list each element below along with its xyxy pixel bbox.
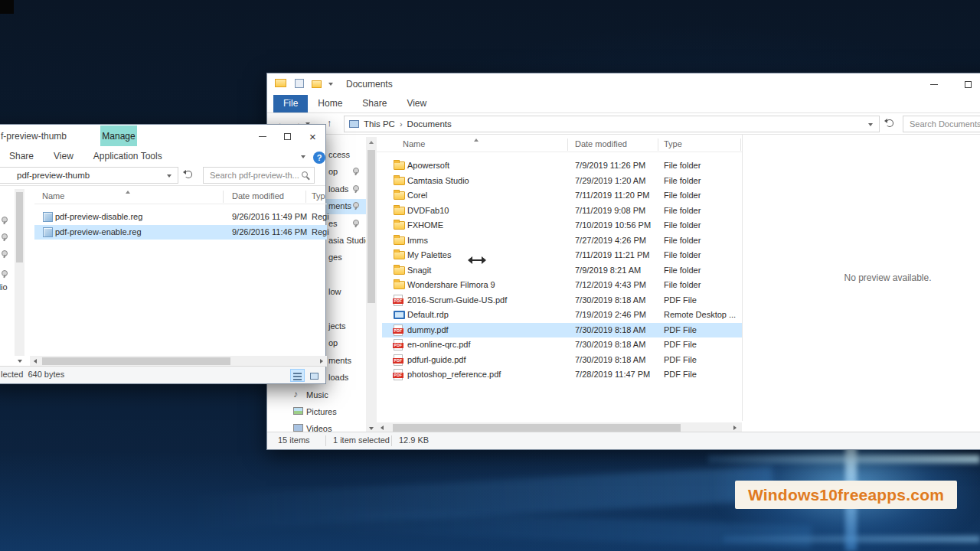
- column-headers[interactable]: Name Date modified Typ: [34, 189, 327, 204]
- scrollbar-thumb[interactable]: [16, 192, 23, 262]
- search-input[interactable]: [204, 168, 314, 183]
- list-hscrollbar[interactable]: [30, 356, 327, 367]
- breadcrumb-item-this-pc[interactable]: This PC: [364, 119, 395, 129]
- file-type: PDF File: [664, 325, 697, 334]
- status-selected: 1 item selected: [333, 435, 390, 445]
- table-row[interactable]: Corel7/11/2019 11:20 PMFile folder: [382, 188, 742, 204]
- column-header-name[interactable]: Name: [42, 191, 64, 201]
- sidebar-item-fragment[interactable]: dio: [0, 282, 8, 292]
- file-name: Camtasia Studio: [407, 176, 469, 185]
- table-row[interactable]: Wondershare Filmora 97/12/2019 4:43 PMFi…: [382, 278, 742, 293]
- close-button[interactable]: ×: [300, 125, 325, 148]
- table-row[interactable]: pdf-preview-enable.reg9/26/2016 11:46 PM…: [34, 225, 327, 240]
- column-header-type[interactable]: Typ: [312, 191, 325, 201]
- search-input[interactable]: [903, 116, 980, 132]
- column-header-date[interactable]: Date modified: [575, 139, 627, 148]
- sidebar-item-label: Music: [306, 390, 328, 399]
- column-header-name[interactable]: Name: [403, 139, 425, 148]
- file-name: Default.rdp: [407, 310, 449, 319]
- music-icon: ♪: [293, 389, 298, 399]
- refresh-icon[interactable]: [185, 171, 192, 178]
- address-bar[interactable]: pdf-preview-thumb: [0, 167, 178, 184]
- table-row[interactable]: Apowersoft7/9/2019 11:26 PMFile folder: [382, 158, 742, 174]
- address-dropdown-chevron-icon[interactable]: [868, 123, 873, 126]
- file-name: pdf-preview-enable.reg: [55, 227, 142, 236]
- scrollbar-thumb[interactable]: [368, 150, 375, 303]
- maximize-button[interactable]: [951, 73, 980, 95]
- address-dropdown-chevron-icon[interactable]: [167, 174, 172, 178]
- table-row[interactable]: FXHOME7/10/2019 10:56 PMFile folder: [382, 218, 742, 233]
- sidebar-item-label: asia Studio: [328, 236, 366, 245]
- table-row[interactable]: Imms7/27/2019 4:26 PMFile folder: [382, 233, 742, 249]
- scroll-left-icon[interactable]: [30, 356, 40, 367]
- search-box[interactable]: [203, 167, 315, 184]
- close-icon: ×: [309, 131, 316, 142]
- titlebar[interactable]: Documents ×: [267, 73, 980, 95]
- sidebar-item-music[interactable]: ♪Music: [267, 388, 366, 403]
- sidebar-item-label: low: [328, 287, 341, 296]
- file-date: 7/28/2019 11:47 PM: [575, 370, 650, 379]
- file-name: Wondershare Filmora 9: [407, 280, 495, 289]
- sidebar-item-pictures[interactable]: Pictures: [267, 405, 366, 420]
- search-box[interactable]: [903, 116, 980, 132]
- minimize-button[interactable]: [916, 73, 951, 95]
- table-row[interactable]: PDFen-online-qrc.pdf7/30/2019 8:18 AMPDF…: [382, 337, 742, 353]
- scrollbar-thumb[interactable]: [393, 424, 681, 432]
- file-date: 7/19/2019 2:46 PM: [575, 310, 646, 319]
- table-row[interactable]: DVDFab107/11/2019 9:08 PMFile folder: [382, 204, 742, 219]
- minimize-button[interactable]: [250, 125, 275, 148]
- nav-scrollbar[interactable]: [15, 189, 24, 356]
- column-header-date[interactable]: Date modified: [232, 191, 284, 201]
- refresh-icon[interactable]: [886, 119, 893, 127]
- window-title: f-preview-thumb: [1, 131, 67, 142]
- table-row[interactable]: My Palettes7/11/2019 11:21 PMFile folder: [382, 248, 742, 263]
- tab-application-tools[interactable]: Application Tools: [83, 148, 172, 165]
- breadcrumb-item[interactable]: pdf-preview-thumb: [17, 171, 90, 180]
- table-row[interactable]: Snagit7/9/2019 8:21 AMFile folder: [382, 263, 742, 279]
- scroll-down-icon[interactable]: [15, 356, 24, 367]
- tab-view[interactable]: View: [44, 148, 83, 165]
- file-type: File folder: [664, 250, 701, 259]
- sidebar-item-label: jects: [328, 321, 346, 331]
- nav-scrollbar[interactable]: [366, 137, 377, 433]
- scroll-right-icon[interactable]: [316, 356, 326, 367]
- sidebar-item-label: ments: [328, 201, 351, 210]
- table-row[interactable]: PDFpdfurl-guide.pdf7/30/2019 8:18 AMPDF …: [382, 353, 742, 368]
- file-date: 9/26/2016 11:46 PM: [232, 227, 307, 236]
- address-bar-row: pdf-preview-thumb: [0, 165, 325, 186]
- thumbnails-view-button[interactable]: [307, 369, 322, 382]
- pin-icon: [352, 220, 360, 228]
- table-row[interactable]: Default.rdp7/19/2019 2:46 PMRemote Deskt…: [382, 308, 742, 323]
- expand-ribbon-chevron-icon[interactable]: [301, 155, 305, 158]
- folder-icon: [394, 161, 405, 170]
- table-row[interactable]: PDFphotoshop_reference.pdf7/28/2019 11:4…: [382, 367, 742, 383]
- search-icon: [302, 171, 308, 178]
- thumbnails-view-icon: [310, 373, 318, 380]
- file-type: Regi: [312, 212, 329, 221]
- ribbon-tabs: ShareViewApplication Tools: [0, 148, 325, 166]
- wallpaper-window-edge: [708, 455, 980, 463]
- scrollbar-thumb[interactable]: [42, 357, 230, 365]
- breadcrumb-item-documents[interactable]: Documents: [407, 119, 452, 129]
- maximize-button[interactable]: [275, 125, 300, 148]
- sort-ascending-icon: [126, 191, 130, 194]
- titlebar[interactable]: f-preview-thumb Manage ×: [0, 125, 325, 148]
- tab-view[interactable]: View: [397, 95, 436, 112]
- details-view-button[interactable]: [290, 369, 305, 382]
- file-name: 2016-Scrum-Guide-US.pdf: [407, 295, 507, 305]
- scroll-up-icon[interactable]: [366, 137, 377, 147]
- folder-icon: [394, 251, 405, 259]
- help-icon[interactable]: ?: [313, 152, 325, 164]
- table-row[interactable]: Camtasia Studio7/29/2019 1:20 AMFile fol…: [382, 174, 742, 189]
- tab-manage[interactable]: Manage: [100, 126, 137, 146]
- table-row[interactable]: PDFdummy.pdf7/30/2019 8:18 AMPDF File: [382, 323, 742, 338]
- file-type: File folder: [664, 191, 701, 200]
- column-header-type[interactable]: Type: [664, 139, 682, 148]
- registry-file-icon: [43, 227, 53, 237]
- column-headers[interactable]: Name Date modified Type: [377, 137, 742, 152]
- table-row[interactable]: pdf-preview-disable.reg9/26/2016 11:49 P…: [34, 210, 327, 225]
- table-row[interactable]: PDF2016-Scrum-Guide-US.pdf7/30/2019 8:18…: [382, 293, 742, 308]
- tab-share[interactable]: Share: [0, 148, 44, 165]
- pdf-icon: PDF: [394, 339, 403, 350]
- address-bar[interactable]: This PC›Documents: [344, 116, 880, 132]
